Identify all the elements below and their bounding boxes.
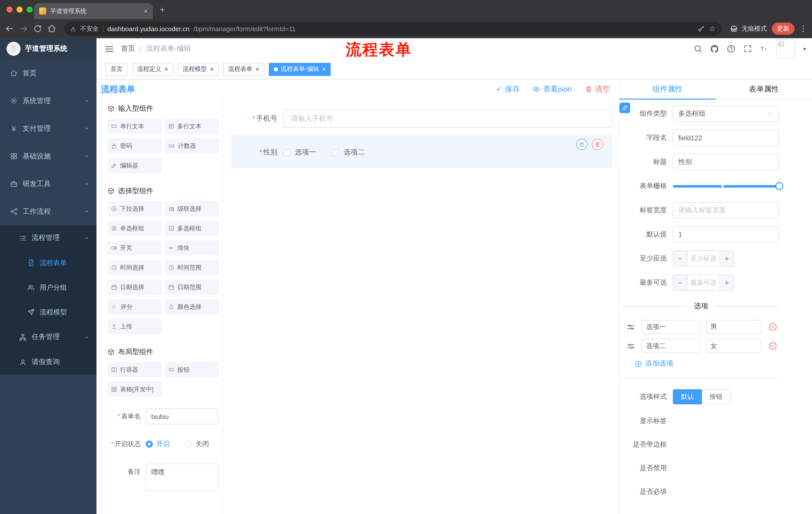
palette-item-radio-group[interactable]: 单选框组 xyxy=(108,221,162,236)
option1-value-input[interactable] xyxy=(706,320,761,334)
palette-item-color-picker[interactable]: 颜色选择 xyxy=(165,299,219,314)
palette-item-table[interactable]: 表格[开发中] xyxy=(108,382,162,397)
gender-option1-checkbox[interactable]: 选项一 xyxy=(283,148,316,157)
title-input[interactable] xyxy=(673,154,779,170)
component-type-select[interactable]: 多选框组 xyxy=(673,106,779,122)
add-option-button[interactable]: 添加选项 xyxy=(635,359,779,368)
window-close-button[interactable] xyxy=(6,6,12,12)
tag-close-icon[interactable]: × xyxy=(210,66,213,73)
form-name-input[interactable] xyxy=(146,408,219,425)
palette-item-counter[interactable]: 123计数器 xyxy=(165,138,219,154)
sidebar-item-infra[interactable]: 基础设施 xyxy=(0,142,96,170)
palette-item-slider[interactable]: 滑块 xyxy=(165,240,219,255)
forward-icon[interactable] xyxy=(19,24,28,33)
palette-item-select[interactable]: 下拉选择 xyxy=(108,201,162,216)
search-icon[interactable] xyxy=(694,44,703,53)
palette-item-date-range[interactable]: 日期范围 xyxy=(165,280,219,295)
sidebar-item-leave-query[interactable]: 请假查询 xyxy=(0,350,96,375)
option1-label-input[interactable] xyxy=(642,320,700,334)
grid-slider[interactable] xyxy=(673,178,779,194)
browser-home-icon[interactable] xyxy=(47,24,56,33)
palette-item-single-text[interactable]: 单行文本 xyxy=(108,119,162,134)
sidebar-item-user-group[interactable]: 用户分组 xyxy=(0,275,96,300)
save-button[interactable]: ✓ 保存 xyxy=(496,84,520,94)
remove-option-icon[interactable] xyxy=(768,322,777,331)
sidebar-item-task-mgmt[interactable]: 任务管理 xyxy=(0,324,96,350)
plus-button[interactable]: + xyxy=(720,251,734,266)
palette-item-checkbox-group[interactable]: 多选框组 xyxy=(165,221,219,236)
drag-handle-icon[interactable] xyxy=(627,323,635,331)
tag-close-icon[interactable]: × xyxy=(322,66,326,73)
sidebar-item-process-model[interactable]: 流程模型 xyxy=(0,300,96,324)
chrome-update-button[interactable]: 更新 xyxy=(772,23,794,35)
canvas-field-gender-selected[interactable]: *性别 选项一 选项二 xyxy=(230,135,612,168)
form-canvas[interactable]: *手机号 请输入手机号 *性别 xyxy=(223,99,619,514)
back-icon[interactable] xyxy=(5,24,14,33)
palette-item-upload[interactable]: 上传 xyxy=(108,319,162,334)
new-tab-button[interactable]: + xyxy=(160,5,165,15)
duplicate-field-button[interactable] xyxy=(576,139,587,150)
checkbox-box[interactable] xyxy=(332,149,339,156)
slider-handle[interactable] xyxy=(775,182,783,190)
bookmark-star-icon[interactable]: ☆ xyxy=(709,24,716,33)
delete-field-button[interactable] xyxy=(592,139,603,150)
tag-close-icon[interactable]: × xyxy=(255,66,259,73)
label-width-input[interactable]: 请输入标签宽度 xyxy=(673,202,779,218)
tag-process-model[interactable]: 流程模型 × xyxy=(178,63,219,76)
plus-button[interactable]: + xyxy=(720,275,734,290)
palette-item-cascader[interactable]: 级联选择 xyxy=(165,201,219,216)
palette-item-switch[interactable]: 开关 xyxy=(108,240,162,255)
status-on-radio[interactable]: 开启 xyxy=(146,439,170,449)
sidebar-item-process-form[interactable]: 流程表单 xyxy=(0,250,96,275)
palette-item-password[interactable]: 密码 xyxy=(108,138,162,154)
palette-item-row-container[interactable]: 行容器 xyxy=(108,362,162,377)
sidebar-logo[interactable]: 芋道管理系统 xyxy=(0,38,96,59)
palette-item-rate[interactable]: ☆评分 xyxy=(108,299,162,314)
sidebar-item-process-mgmt[interactable]: 流程管理 xyxy=(0,225,96,250)
palette-item-date-picker[interactable]: 日期选择 xyxy=(108,280,162,295)
option2-value-input[interactable] xyxy=(706,339,761,353)
avatar[interactable] xyxy=(777,39,796,58)
tag-close-icon[interactable]: × xyxy=(164,66,168,73)
browser-menu-dots-icon[interactable]: ⋮ xyxy=(800,24,807,33)
minus-button[interactable]: − xyxy=(673,275,687,290)
fullscreen-icon[interactable] xyxy=(744,44,752,53)
tag-process-form-edit[interactable]: 流程表单-编辑 × xyxy=(269,63,331,76)
max-stepper-placeholder[interactable]: 最多可选 xyxy=(687,275,720,290)
slider-track[interactable] xyxy=(673,185,779,187)
window-zoom-button[interactable] xyxy=(27,6,33,12)
tag-process-definition[interactable]: 流程定义 × xyxy=(132,63,173,76)
clear-button[interactable]: 清空 xyxy=(585,84,610,94)
tab-close-icon[interactable]: × xyxy=(144,7,148,15)
form-remark-textarea[interactable]: 嘿嘿 xyxy=(146,464,219,491)
link-badge[interactable] xyxy=(619,103,630,113)
tag-home[interactable]: 首页 xyxy=(106,63,127,76)
drag-handle-icon[interactable] xyxy=(627,342,635,350)
palette-item-time-picker[interactable]: 时间选择 xyxy=(108,260,162,275)
gender-option2-checkbox[interactable]: 选项二 xyxy=(332,148,365,157)
address-bar[interactable]: ⚠ 不安全 dashboard.yudao.iocoder.cn /bpm/ma… xyxy=(64,22,722,36)
help-icon[interactable] xyxy=(727,44,736,53)
tab-component-props[interactable]: 组件属性 xyxy=(619,79,716,99)
breadcrumb-home[interactable]: 首页 xyxy=(121,44,135,53)
option2-label-input[interactable] xyxy=(642,339,700,353)
phone-input[interactable]: 请输入手机号 xyxy=(283,110,612,128)
field-name-input[interactable] xyxy=(673,130,779,146)
avatar-caret-icon[interactable]: ▾ xyxy=(803,46,806,52)
palette-item-button[interactable]: 按钮 xyxy=(165,362,219,377)
font-size-icon[interactable] xyxy=(760,44,769,53)
tag-process-form[interactable]: 流程表单 × xyxy=(223,63,264,76)
checkbox-box[interactable] xyxy=(283,149,290,156)
hamburger-icon[interactable] xyxy=(105,44,114,54)
sidebar-item-workflow[interactable]: 工作流程 xyxy=(0,198,96,225)
sidebar-item-payment[interactable]: ¥ 支付管理 xyxy=(0,115,96,142)
minus-button[interactable]: − xyxy=(673,251,687,266)
style-button-button[interactable]: 按钮 xyxy=(702,389,731,404)
status-off-radio[interactable]: 关闭 xyxy=(185,439,209,449)
view-json-button[interactable]: 查看json xyxy=(533,84,572,94)
password-key-icon[interactable] xyxy=(697,25,705,32)
palette-item-multi-text[interactable]: 多行文本 xyxy=(165,119,219,134)
browser-tab[interactable]: 芋道管理系统 × xyxy=(34,3,153,19)
min-stepper-placeholder[interactable]: 至少应选 xyxy=(687,251,720,266)
tab-form-props[interactable]: 表单属性 xyxy=(716,79,812,99)
